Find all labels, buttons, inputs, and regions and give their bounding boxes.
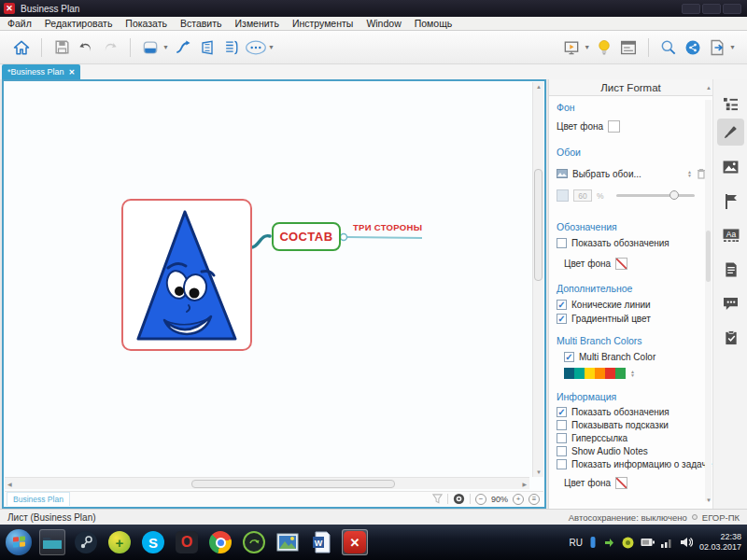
chevron-down-icon[interactable]: ▼ xyxy=(729,44,736,50)
outline-export-icon[interactable] xyxy=(219,35,244,60)
notes-doc-icon[interactable] xyxy=(721,259,740,279)
taskbar-opera-icon[interactable]: O xyxy=(174,529,200,555)
more-tools-icon[interactable] xyxy=(244,35,268,60)
taskbar-skype-icon[interactable]: S xyxy=(140,529,166,555)
scroll-left-icon[interactable]: ◀ xyxy=(7,481,12,487)
flag-icon[interactable] xyxy=(721,191,740,211)
panel-scroll-thumb[interactable] xyxy=(706,231,711,282)
chevron-down-icon[interactable]: ▼ xyxy=(268,44,275,50)
branch-style-icon[interactable] xyxy=(138,35,162,60)
node-sostav[interactable]: СОСТАВ xyxy=(272,222,341,251)
outline-view-icon[interactable] xyxy=(721,94,740,114)
format-brush-icon[interactable] xyxy=(717,119,744,146)
spinner-icon[interactable]: ▲▼ xyxy=(630,370,635,377)
multi-branch-checkbox[interactable] xyxy=(564,352,574,362)
mindmap-canvas[interactable]: СОСТАВ ТРИ СТОРОНЫ ▲ ▼ ◀ ▶ Business Plan… xyxy=(2,79,546,509)
horizontal-scrollbar[interactable]: ◀ ▶ xyxy=(5,477,529,489)
taskbar-steam-icon[interactable] xyxy=(73,529,99,555)
tasks-clipboard-icon[interactable] xyxy=(721,328,740,347)
taskbar-security-orb-icon[interactable] xyxy=(241,529,267,555)
slider-thumb[interactable] xyxy=(669,190,679,200)
info-show-legend-checkbox[interactable] xyxy=(557,407,567,417)
vertical-scroll-thumb[interactable] xyxy=(534,169,543,281)
sheet-tab-business-plan[interactable]: Business Plan xyxy=(7,492,70,506)
notes-panel-icon[interactable] xyxy=(616,35,641,60)
vertical-scrollbar[interactable]: ▲ ▼ xyxy=(532,82,543,477)
taskbar-photos-icon[interactable] xyxy=(275,529,301,555)
focus-target-icon[interactable] xyxy=(453,493,465,505)
show-audio-notes-checkbox[interactable] xyxy=(557,446,567,456)
present-icon[interactable] xyxy=(559,35,584,60)
taskbar-explorer-icon[interactable] xyxy=(39,529,65,555)
taskbar-antivirus-icon[interactable]: + xyxy=(106,529,133,555)
chevron-down-icon[interactable]: ▼ xyxy=(162,44,169,50)
undo-icon[interactable] xyxy=(74,35,98,60)
menu-view[interactable]: Показать xyxy=(125,18,167,29)
tray-clock[interactable]: 22:38 02.03.2017 xyxy=(699,532,741,553)
save-icon[interactable] xyxy=(49,35,74,60)
tray-volume-icon[interactable] xyxy=(680,537,693,548)
taskbar-imindmap-icon-active[interactable]: ✕ xyxy=(342,529,368,555)
zoom-options-icon[interactable]: ≡ xyxy=(529,494,540,505)
child-branch-label[interactable]: ТРИ СТОРОНЫ xyxy=(353,222,422,232)
start-button[interactable] xyxy=(6,529,32,555)
gradient-color-checkbox[interactable] xyxy=(557,314,567,324)
comments-icon[interactable] xyxy=(721,294,740,314)
branch-color-swatches[interactable] xyxy=(564,368,626,379)
hyperlink-checkbox[interactable] xyxy=(557,433,567,443)
panel-scrollbar[interactable]: ▲ ▼ xyxy=(705,100,712,501)
choose-wallpaper-button[interactable]: Выбрать обои... xyxy=(572,169,641,179)
tray-battery-icon[interactable] xyxy=(641,538,655,547)
smart-branch-icon[interactable] xyxy=(171,35,195,60)
spinner-icon[interactable]: ▲▼ xyxy=(687,170,692,177)
redo-icon[interactable] xyxy=(98,35,122,60)
zoom-in-icon[interactable]: + xyxy=(513,494,524,505)
scroll-right-icon[interactable]: ▶ xyxy=(522,481,527,487)
menu-tools[interactable]: Инструменты xyxy=(292,18,353,29)
menu-change[interactable]: Изменить xyxy=(235,18,279,29)
menu-file[interactable]: Файл xyxy=(7,18,32,29)
export-icon[interactable] xyxy=(705,35,729,60)
menu-edit[interactable]: Редактировать xyxy=(45,18,113,29)
minimize-button[interactable] xyxy=(682,4,700,14)
tray-usb-icon[interactable] xyxy=(589,536,597,549)
show-tooltips-checkbox[interactable] xyxy=(557,420,567,430)
tray-network-icon[interactable] xyxy=(661,538,673,548)
show-task-info-checkbox[interactable] xyxy=(557,459,567,469)
info-bg-color-swatch[interactable] xyxy=(615,477,627,489)
idea-bulb-icon[interactable] xyxy=(592,35,616,60)
scroll-up-icon[interactable]: ▲ xyxy=(536,84,542,90)
scroll-down-icon[interactable]: ▼ xyxy=(536,469,542,475)
share-icon[interactable] xyxy=(681,35,705,60)
central-image-node[interactable] xyxy=(121,199,252,351)
language-indicator[interactable]: RU xyxy=(570,538,583,548)
search-icon[interactable] xyxy=(656,35,681,60)
text-style-icon[interactable]: Aa xyxy=(721,226,740,245)
filter-icon[interactable] xyxy=(432,494,443,504)
chevron-down-icon[interactable]: ▼ xyxy=(584,44,590,50)
tab-business-plan[interactable]: *Business Plan ✕ xyxy=(2,64,80,79)
show-legend-checkbox[interactable] xyxy=(557,238,567,248)
wallpaper-opacity-slider[interactable] xyxy=(616,194,695,197)
tray-antivirus-icon[interactable] xyxy=(622,537,634,549)
scroll-down-icon[interactable]: ▼ xyxy=(706,497,712,503)
taskbar-chrome-icon[interactable] xyxy=(207,529,233,555)
menu-insert[interactable]: Вставить xyxy=(180,18,222,29)
wallpaper-opacity-input[interactable]: 60 xyxy=(573,189,592,202)
zoom-out-icon[interactable]: − xyxy=(475,494,486,505)
menu-help[interactable]: Помощь xyxy=(415,18,453,29)
bg-color-swatch[interactable] xyxy=(608,120,620,133)
tray-update-icon[interactable] xyxy=(603,537,615,549)
close-button[interactable] xyxy=(723,4,741,14)
legend-bg-color-swatch[interactable] xyxy=(615,258,627,270)
horizontal-scroll-thumb[interactable] xyxy=(191,480,395,488)
presentation-view-icon[interactable] xyxy=(195,35,219,60)
maximize-button[interactable] xyxy=(702,4,721,14)
menu-window[interactable]: Window xyxy=(366,18,401,29)
image-library-icon[interactable] xyxy=(721,157,740,176)
zoom-level[interactable]: 90% xyxy=(491,495,508,504)
taskbar-word-icon[interactable]: W xyxy=(308,529,334,555)
conic-lines-checkbox[interactable] xyxy=(557,300,567,310)
home-icon[interactable] xyxy=(9,35,34,60)
tab-close-icon[interactable]: ✕ xyxy=(69,68,76,77)
